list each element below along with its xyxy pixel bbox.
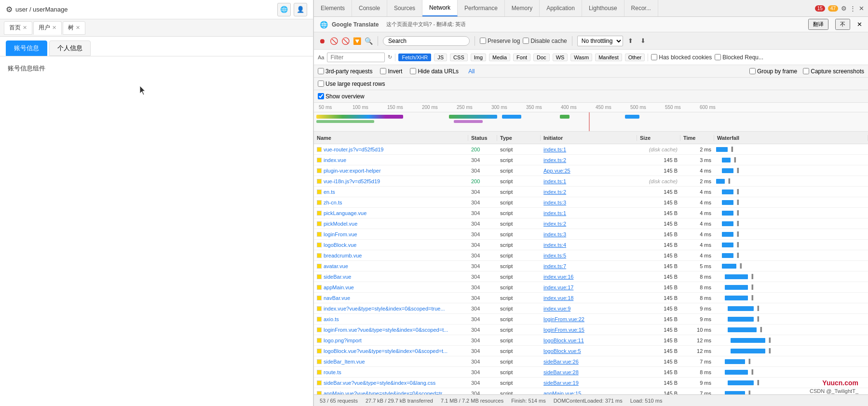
td-initiator[interactable]: index.vue:9 [541,306,637,311]
table-row[interactable]: avatar.vue 304scriptindex.ts:7145 B5 ms … [314,261,868,271]
td-initiator[interactable]: loginFrom.vue:22 [541,316,637,322]
table-row[interactable]: route.ts 304scriptsideBar.vue:28145 B8 m… [314,367,868,378]
close-home-tab[interactable]: ✕ [23,25,27,31]
table-row[interactable]: appMain.vue?vue&type=style&index=0&scope… [314,388,868,394]
td-initiator[interactable]: loginFrom.vue:15 [541,327,637,333]
dt-tab-performance[interactable]: Performance [458,0,505,16]
col-waterfall[interactable]: Waterfall [714,135,868,141]
table-row[interactable]: logoBlock.vue 304scriptindex.ts:4145 B4 … [314,240,868,250]
table-row[interactable]: pickModel.vue 304scriptindex.ts:2145 B4 … [314,218,868,229]
settings-icon[interactable]: ⚙ [841,5,847,12]
table-row[interactable]: breadcrumb.vue 304scriptindex.ts:5145 B4… [314,250,868,261]
filter-js[interactable]: JS [434,54,447,61]
disable-cache-checkbox[interactable]: Disable cache [523,38,567,44]
col-size[interactable]: Size [637,135,680,141]
dt-tab-memory[interactable]: Memory [505,0,540,16]
col-name[interactable]: Name [314,135,468,141]
td-initiator[interactable]: index.ts:1 [541,178,637,184]
td-initiator[interactable]: index.ts:4 [541,242,637,248]
subtab-account[interactable]: 账号信息 [6,41,47,56]
more-icon[interactable]: ⋮ [850,5,856,12]
dt-tab-network[interactable]: Network [422,0,458,16]
td-initiator[interactable]: App.vue:25 [541,168,637,174]
dt-tab-sources[interactable]: Sources [387,0,422,16]
col-type[interactable]: Type [497,135,541,141]
td-initiator[interactable]: index.vue:16 [541,274,637,280]
translate-button[interactable]: 翻译 [808,19,828,30]
filter-manifest[interactable]: Manifest [595,54,622,61]
preserve-log-checkbox[interactable]: Preserve log [480,38,520,44]
network-search-input[interactable] [383,36,470,46]
filter-wasm[interactable]: Wasm [570,54,592,61]
td-initiator[interactable]: index.ts:1 [541,147,637,152]
td-initiator[interactable]: appMain.vue:15 [541,391,637,395]
dt-tab-record[interactable]: Recor... [624,0,658,16]
hide-data-urls-check[interactable]: Hide data URLs [410,68,459,75]
table-row[interactable]: axio.ts 304scriptloginFrom.vue:22145 B9 … [314,314,868,325]
table-row[interactable]: plugin-vue:export-helper 304scriptApp.vu… [314,165,868,176]
td-initiator[interactable]: index.ts:2 [541,221,637,227]
close-tree-tab[interactable]: ✕ [76,25,80,31]
clear-button[interactable]: 🚫 [341,37,350,45]
td-initiator[interactable]: sideBar.vue:28 [541,369,637,375]
table-row[interactable]: appMain.vue 304scriptindex.vue:17145 B8 … [314,282,868,293]
table-row[interactable]: sideBar.vue?vue&type=style&index=0&lang.… [314,378,868,388]
td-initiator[interactable]: index.vue:18 [541,295,637,301]
blocked-requests-check[interactable]: Blocked Requ... [715,54,763,61]
col-status[interactable]: Status [468,135,497,141]
filter-font[interactable]: Font [513,54,530,61]
table-row[interactable]: pickLanguage.vue 304scriptindex.ts:1145 … [314,208,868,218]
translate-close-icon[interactable]: ✕ [857,21,862,28]
blocked-cookies-check[interactable]: Has blocked cookies [651,54,712,61]
stop-button[interactable]: 🚫 [329,37,338,45]
table-row[interactable]: logoBlock.vue?vue&type=style&index=0&sco… [314,346,868,356]
table-row[interactable]: logo.png?import 304scriptlogoBlock.vue:1… [314,335,868,346]
td-initiator[interactable]: sideBar.vue:26 [541,359,637,365]
third-party-check[interactable]: 3rd-party requests [318,68,372,75]
filter-img[interactable]: Img [471,54,486,61]
tab-user[interactable]: 用户 ✕ [33,21,62,35]
export-icon[interactable]: ⬇ [638,36,648,46]
td-initiator[interactable]: index.ts:2 [541,189,637,195]
td-initiator[interactable]: index.ts:5 [541,253,637,258]
filter-doc[interactable]: Doc [533,54,550,61]
show-overview-check[interactable]: Show overview [318,93,365,100]
td-initiator[interactable]: index.ts:7 [541,263,637,269]
table-row[interactable]: index.vue 304scriptindex.ts:2145 B3 ms ▐ [314,155,868,165]
no-translate-button[interactable]: 不 [835,19,850,30]
translate-icon1[interactable]: 🌐 [277,3,291,16]
table-row[interactable]: en.ts 304scriptindex.ts:2145 B4 ms ▐ [314,187,868,197]
td-initiator[interactable]: index.ts:3 [541,231,637,237]
table-row[interactable]: vue-i18n.js?v=d52f5d19 200scriptindex.ts… [314,176,868,187]
filter-css[interactable]: CSS [450,54,468,61]
td-initiator[interactable]: index.vue:17 [541,284,637,290]
capture-screenshots-check[interactable]: Capture screenshots [803,68,864,75]
table-row[interactable]: loginFrom.vue 304scriptindex.ts:3145 B4 … [314,229,868,240]
td-initiator[interactable]: logoBlock.vue:5 [541,348,637,354]
dt-tab-elements[interactable]: Elements [314,0,352,16]
td-initiator[interactable]: sideBar.vue:19 [541,380,637,386]
large-rows-check[interactable]: Use large request rows [318,81,385,87]
filter-other[interactable]: Other [625,54,645,61]
td-initiator[interactable]: logoBlock.vue:11 [541,338,637,343]
filter-input[interactable] [327,53,385,62]
filter-media[interactable]: Media [489,54,510,61]
search-network-button[interactable]: 🔍 [364,37,373,45]
close-user-tab[interactable]: ✕ [52,25,56,31]
close-devtools-icon[interactable]: ✕ [859,5,864,12]
refresh-icon[interactable]: ↻ [388,54,392,60]
col-initiator[interactable]: Initiator [541,135,637,141]
filter-ws[interactable]: WS [553,54,568,61]
filter-button[interactable]: 🔽 [353,37,361,45]
col-time[interactable]: Time [680,135,714,141]
translate-icon2[interactable]: 👤 [294,3,307,16]
table-row[interactable]: sideBar.vue 304scriptindex.vue:16145 B8 … [314,271,868,282]
table-row[interactable]: zh-cn.ts 304scriptindex.ts:3145 B4 ms ▐ [314,197,868,208]
import-icon[interactable]: ⬆ [626,36,636,46]
td-initiator[interactable]: index.ts:3 [541,200,637,205]
throttle-select[interactable]: No throttling [577,36,623,46]
subtab-personal[interactable]: 个人信息 [49,41,91,56]
dt-tab-console[interactable]: Console [352,0,387,16]
td-initiator[interactable]: index.ts:2 [541,157,637,163]
table-row[interactable]: sideBar_Item.vue 304scriptsideBar.vue:26… [314,356,868,367]
